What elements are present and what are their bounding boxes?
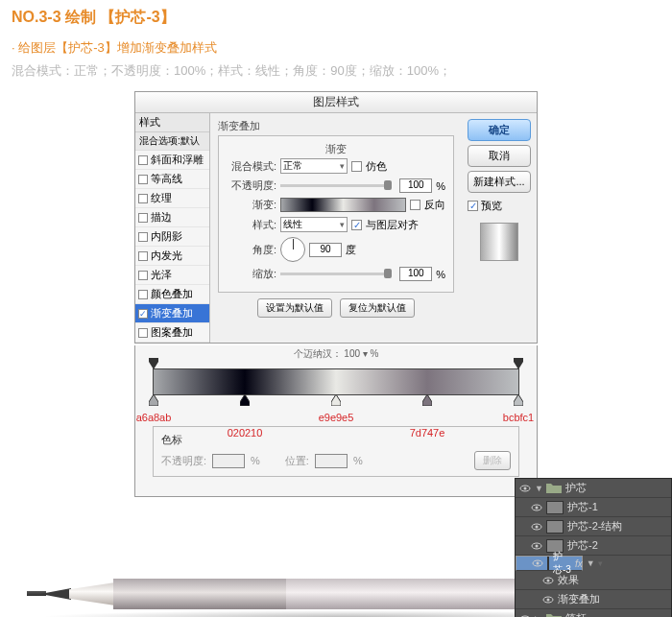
subtitle: · 给图层【护芯-3】增加渐变叠加样式 <box>12 39 660 57</box>
disclosure-icon[interactable]: ▶ <box>535 614 542 618</box>
visibility-icon[interactable] <box>542 575 554 586</box>
scale-input[interactable]: 100 <box>399 267 432 281</box>
visibility-icon[interactable] <box>542 594 554 605</box>
style-item-0[interactable]: 斜面和浮雕 <box>135 151 209 170</box>
layer-row[interactable]: 渐变叠加 <box>516 590 671 609</box>
visibility-icon[interactable] <box>531 540 542 552</box>
style-item-8[interactable]: 渐变叠加 <box>135 304 209 323</box>
style-item-6[interactable]: 光泽 <box>135 266 209 285</box>
folder-icon <box>546 612 562 618</box>
opacity-input[interactable]: 100 <box>399 178 432 193</box>
layer-thumbnail <box>546 520 564 534</box>
page-title: NO.3-3 绘制 【护芯-3】 <box>12 8 660 28</box>
layer-thumbnail <box>546 501 564 514</box>
reset-default-button[interactable]: 复位为默认值 <box>340 298 415 318</box>
angle-input[interactable]: 90 <box>309 243 342 257</box>
style-item-9[interactable]: 图案叠加 <box>135 323 209 343</box>
style-item-3[interactable]: 描边 <box>135 208 209 227</box>
style-item-label: 内发光 <box>151 249 182 263</box>
style-checkbox[interactable] <box>138 213 148 223</box>
visibility-icon[interactable] <box>531 521 542 533</box>
style-checkbox[interactable] <box>138 155 148 165</box>
style-label: 样式: <box>227 218 276 232</box>
visibility-icon[interactable] <box>519 483 531 494</box>
color-stop[interactable] <box>514 394 523 406</box>
style-item-5[interactable]: 内发光 <box>135 247 209 266</box>
fx-disclosure-icon[interactable]: ▼ <box>587 558 594 568</box>
stop-hex-label: 7d747e <box>410 427 445 439</box>
blend-options-default[interactable]: 混合选项:默认 <box>135 132 209 151</box>
style-checkbox[interactable] <box>138 271 148 280</box>
color-stop[interactable] <box>149 394 158 406</box>
visibility-icon[interactable] <box>519 613 531 618</box>
color-stop[interactable] <box>422 394 432 406</box>
align-checkbox[interactable] <box>351 220 362 230</box>
layer-label: 效果 <box>558 573 579 587</box>
layer-row[interactable]: 护芯-2 <box>516 536 671 556</box>
delete-stop-button[interactable]: 删除 <box>474 451 511 470</box>
style-checkbox[interactable] <box>138 328 148 338</box>
opacity-slider[interactable] <box>280 184 392 187</box>
layer-row[interactable]: ▶笔杆 <box>516 609 671 617</box>
svg-point-18 <box>547 579 550 581</box>
gradient-picker[interactable] <box>280 198 406 212</box>
layer-thumbnail <box>547 557 549 570</box>
set-default-button[interactable]: 设置为默认值 <box>257 298 332 318</box>
style-checkbox[interactable] <box>138 251 148 261</box>
disclosure-icon[interactable]: ▼ <box>535 484 542 493</box>
opacity-stop[interactable] <box>149 358 158 369</box>
cancel-button[interactable]: 取消 <box>468 145 531 167</box>
style-checkbox[interactable] <box>138 290 148 299</box>
opacity-stop[interactable] <box>514 358 523 369</box>
svg-point-12 <box>536 525 539 528</box>
stop-opacity-label: 不透明度: <box>161 454 206 468</box>
dither-checkbox[interactable] <box>351 161 362 172</box>
layer-label: 护芯 <box>565 481 587 495</box>
layer-row[interactable]: 护芯-2-结构 <box>516 517 671 536</box>
style-checkbox[interactable] <box>138 175 148 184</box>
stop-pos-input[interactable] <box>315 454 348 468</box>
layer-row[interactable]: 护芯-3fx▼ <box>516 556 583 571</box>
style-checkbox[interactable] <box>138 194 148 203</box>
layer-style-dialog: 图层样式 样式 混合选项:默认 斜面和浮雕等高线纹理描边内阴影内发光光泽颜色叠加… <box>134 91 538 344</box>
style-item-1[interactable]: 等高线 <box>135 170 209 189</box>
style-list-header: 样式 <box>135 113 209 132</box>
preview-checkbox[interactable] <box>468 201 478 211</box>
layer-row[interactable]: 效果 <box>516 571 671 590</box>
fx-badge[interactable]: fx <box>575 558 583 569</box>
svg-marker-1 <box>514 358 523 369</box>
angle-dial[interactable] <box>280 237 305 262</box>
style-item-2[interactable]: 纹理 <box>135 189 209 208</box>
layer-row[interactable]: ▼护芯 <box>516 479 671 498</box>
style-item-7[interactable]: 颜色叠加 <box>135 285 209 304</box>
style-checkbox[interactable] <box>138 232 148 242</box>
visibility-icon[interactable] <box>532 558 543 569</box>
preview-swatch <box>480 223 518 261</box>
visibility-icon[interactable] <box>531 502 542 513</box>
scale-slider[interactable] <box>280 273 392 275</box>
dialog-right-buttons: 确定 取消 新建样式... 预览 <box>462 113 537 343</box>
ok-button[interactable]: 确定 <box>468 119 531 141</box>
svg-point-10 <box>536 506 539 509</box>
opacity-unit: % <box>436 180 445 192</box>
params-line: 混合模式：正常；不透明度：100%；样式：线性；角度：90度；缩放：100%； <box>12 62 660 80</box>
svg-marker-4 <box>331 394 341 406</box>
style-select[interactable]: 线性 <box>280 217 348 232</box>
blend-mode-select[interactable]: 正常 <box>280 158 348 174</box>
new-style-button[interactable]: 新建样式... <box>468 171 531 193</box>
color-stop[interactable] <box>331 394 341 406</box>
stop-opacity-input[interactable] <box>212 454 245 468</box>
style-checkbox[interactable] <box>138 309 148 319</box>
layer-label: 护芯-2 <box>567 538 598 553</box>
layers-panel: ▼护芯护芯-1护芯-2-结构护芯-2护芯-3fx▼效果渐变叠加▶笔杆▶笔芯 <box>515 478 672 617</box>
scale-unit: % <box>436 269 445 280</box>
style-item-4[interactable]: 内阴影 <box>135 227 209 247</box>
gradient-label: 渐变: <box>227 198 276 212</box>
gradient-bar[interactable]: a6a8ab020210e9e9e57d747ebcbfc1 <box>153 368 519 395</box>
layer-row[interactable]: 护芯-1 <box>516 498 671 517</box>
style-item-label: 光泽 <box>151 268 172 282</box>
folder-icon <box>546 482 562 495</box>
reverse-checkbox[interactable] <box>410 200 420 210</box>
gradient-overlay-panel: 渐变叠加 渐变 混合模式: 正常 仿色 不透明度: 100 % 渐变: <box>210 113 462 343</box>
color-stop[interactable] <box>240 394 250 406</box>
